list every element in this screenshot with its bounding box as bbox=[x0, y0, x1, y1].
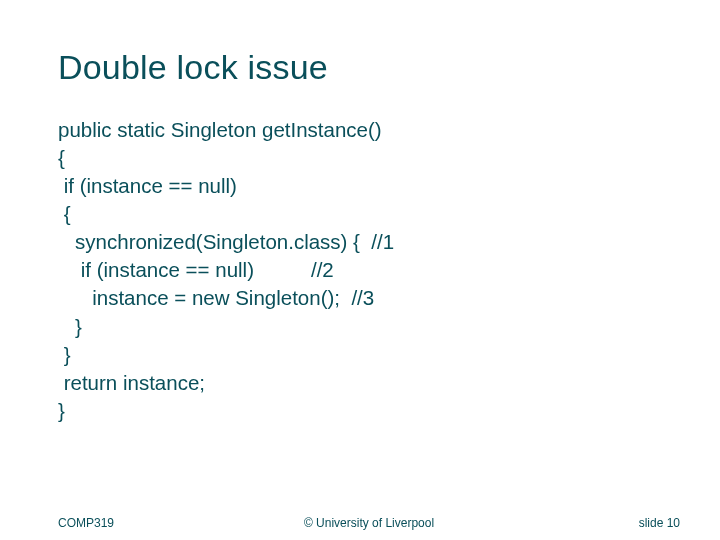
slide-title: Double lock issue bbox=[58, 48, 328, 87]
footer-copyright: © University of Liverpool bbox=[304, 516, 434, 530]
footer-course: COMP319 bbox=[58, 516, 114, 530]
footer-slide-number: slide 10 bbox=[639, 516, 680, 530]
code-block: public static Singleton getInstance() { … bbox=[58, 116, 394, 425]
slide: Double lock issue public static Singleto… bbox=[0, 0, 720, 540]
